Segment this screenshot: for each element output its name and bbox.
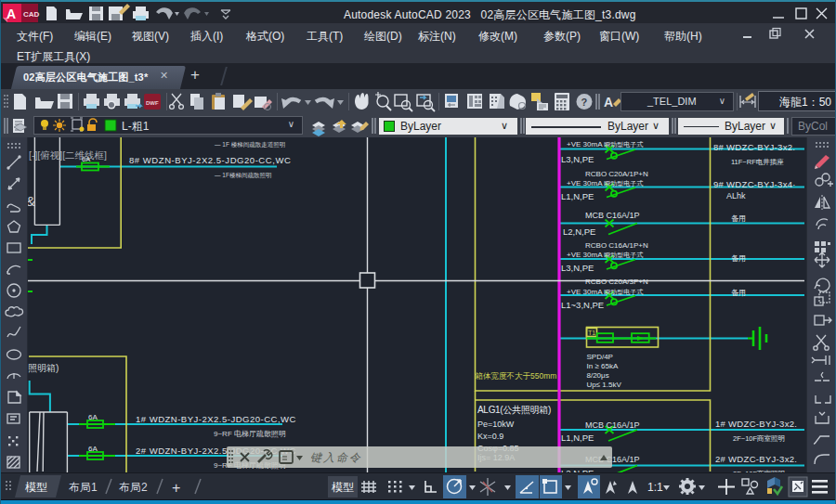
svg-text:模型: 模型 <box>332 481 354 494</box>
svg-text:?: ? <box>581 97 588 108</box>
svg-text:RCBO C16A/1P+N: RCBO C16A/1P+N <box>585 241 648 250</box>
svg-text:模型: 模型 <box>25 481 47 494</box>
svg-text:T1: T1 <box>588 330 595 336</box>
svg-text:备用: 备用 <box>731 214 746 223</box>
svg-text:RCBO C20A/3P+N: RCBO C20A/3P+N <box>585 278 648 286</box>
svg-text:箱体宽度不大于550mm: 箱体宽度不大于550mm <box>476 371 557 381</box>
svg-text:11F~RF电井插座: 11F~RF电井插座 <box>731 158 784 166</box>
svg-text:L3,N,PE: L3,N,PE <box>561 263 594 273</box>
svg-text:L1,N,PE: L1,N,PE <box>561 191 594 201</box>
svg-text:1:1: 1:1 <box>647 481 663 494</box>
svg-text:+VE 30mA 瞬动型电子式: +VE 30mA 瞬动型电子式 <box>567 251 643 259</box>
svg-text:照明箱): 照明箱) <box>28 363 59 373</box>
svg-text:1# WDZN-BYJ-2X2.5-JDG20-CC,WC: 1# WDZN-BYJ-2X2.5-JDG20-CC,WC <box>136 414 296 424</box>
svg-text:6A: 6A <box>82 155 90 163</box>
svg-text:2F~10F商室照明: 2F~10F商室照明 <box>733 434 785 443</box>
svg-text:A: A <box>604 95 613 110</box>
svg-text:+VE 30mA 瞬动型电子式: +VE 30mA 瞬动型电子式 <box>567 288 643 296</box>
svg-text:ALG1(公共照明箱): ALG1(公共照明箱) <box>477 405 551 415</box>
svg-text:L2,N,PE: L2,N,PE <box>563 226 595 237</box>
svg-text:+: + <box>172 480 180 496</box>
svg-text:9~RF 电梯厅疏散照明: 9~RF 电梯厅疏散照明 <box>214 430 286 438</box>
svg-text:MCB C16A/1P: MCB C16A/1P <box>585 420 640 430</box>
svg-text:8# WDZN-BYJ-2X2.5-JDG20-CC,WC: 8# WDZN-BYJ-2X2.5-JDG20-CC,WC <box>129 155 291 165</box>
svg-text:Up≤ 1.5kV: Up≤ 1.5kV <box>587 381 622 389</box>
svg-text:备用: 备用 <box>731 289 746 297</box>
svg-text:布局1: 布局1 <box>69 481 98 494</box>
svg-text:[-][俯视][二维线框]: [-][俯视][二维线框] <box>29 149 107 161</box>
svg-text:Kx=0.9: Kx=0.9 <box>477 432 503 441</box>
svg-text:备用: 备用 <box>731 254 746 263</box>
svg-text:RCBO C20A/1P+N: RCBO C20A/1P+N <box>585 170 648 178</box>
svg-text:— 1F楼梯间疏散照明: — 1F楼梯间疏散照明 <box>215 172 271 179</box>
svg-text:6A: 6A <box>88 413 98 421</box>
svg-text:MCB C16A/1P: MCB C16A/1P <box>585 211 640 220</box>
svg-text:A: A <box>7 6 16 21</box>
svg-text:L1,N,PE: L1,N,PE <box>561 433 594 443</box>
svg-text:L3,N,PE: L3,N,PE <box>561 154 594 164</box>
svg-text:+VE 30mA 瞬动型电子式: +VE 30mA 瞬动型电子式 <box>567 140 643 149</box>
svg-text:6A: 6A <box>88 445 98 453</box>
svg-text:+VE 30mA 瞬动型电子式: +VE 30mA 瞬动型电子式 <box>567 179 643 187</box>
svg-text:9# WDZC-BYJ-3x4·: 9# WDZC-BYJ-3x4· <box>713 179 796 189</box>
svg-text:In ≥ 65kA: In ≥ 65kA <box>587 362 619 370</box>
svg-text:SPD/4P: SPD/4P <box>587 353 613 361</box>
svg-text:1# WDZC-BYJ-3x2.: 1# WDZC-BYJ-3x2. <box>715 419 797 429</box>
svg-text:ALhk: ALhk <box>726 191 746 200</box>
svg-text:CAD: CAD <box>23 10 40 19</box>
svg-text:8/20μs: 8/20μs <box>587 371 609 380</box>
svg-text:— 1F 楼梯间疏散走道照明: — 1F 楼梯间疏散走道照明 <box>215 141 285 149</box>
svg-text:8# WDZC-BYJ-3x2.: 8# WDZC-BYJ-3x2. <box>713 142 795 152</box>
svg-text:2# WDZC-BYJ-3x2.: 2# WDZC-BYJ-3x2. <box>715 454 797 464</box>
svg-text:L1~3,N,PE: L1~3,N,PE <box>561 300 604 310</box>
svg-text:Pe=10kW: Pe=10kW <box>477 420 515 429</box>
svg-text:DWF: DWF <box>146 100 159 106</box>
svg-text:布局2: 布局2 <box>119 481 148 494</box>
